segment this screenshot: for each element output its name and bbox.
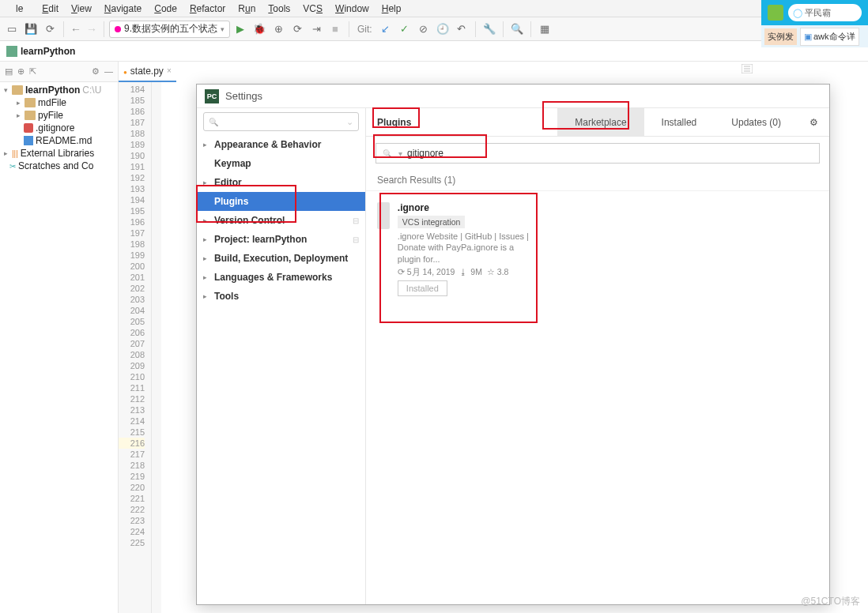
settings-category-languages-frameworks[interactable]: ▸Languages & Frameworks [197,268,365,287]
collapse-icon[interactable]: ⇱ [29,66,36,77]
settings-category-project-learnpython[interactable]: ▸Project: learnPython⊟ [197,230,365,249]
git-compare-icon[interactable]: ⊘ [415,21,432,38]
plugin-category-tag: VCS integration [398,216,466,228]
pycharm-icon: PC [205,89,219,103]
project-icon [6,46,17,57]
run-button[interactable]: ▶ [232,21,249,38]
editor-overview-icon[interactable] [741,63,753,74]
settings-category-editor[interactable]: ▸Editor [197,173,365,192]
line-number: 199 [119,250,145,261]
line-number: 213 [119,404,145,416]
editor-area[interactable] [161,82,176,613]
git-revert-icon[interactable]: ↶ [453,21,470,38]
settings-category-keymap[interactable]: Keymap [197,154,365,173]
markdown-icon [24,136,33,145]
breadcrumb-project[interactable]: learnPython [21,46,75,57]
save-icon[interactable]: 💾 [22,21,40,38]
search-icon[interactable]: 🔍 [508,21,526,38]
structure-icon[interactable]: ▦ [536,21,553,38]
library-icon [12,148,18,159]
tab-updates[interactable]: Updates (0) [714,108,798,137]
settings-category-version-control[interactable]: ▸Version Control⊟ [197,211,365,230]
coverage-button[interactable]: ⊕ [270,21,287,38]
line-number-gutter: 1841851861871881891901911921931941951961… [119,82,152,613]
menu-window[interactable]: Window [329,3,376,14]
profile-button[interactable]: ⟳ [289,21,306,38]
settings-titlebar: PC Settings [197,85,829,108]
git-commit-icon[interactable]: ✓ [396,21,413,38]
search-results-label: Search Results (1) [366,170,829,191]
plugin-icon [377,202,390,229]
tree-scratches[interactable]: Scratches and Co [0,160,118,172]
tree-root[interactable]: ▾ learnPython C:\U [0,84,118,96]
line-number: 220 [119,482,145,493]
run-config-label: 9.数据实例的五个状态 [124,22,217,36]
settings-category-appearance-behavior[interactable]: ▸Appearance & Behavior [197,135,365,154]
editor-tab-state[interactable]: state.py × [119,62,176,82]
run-config-selector[interactable]: 9.数据实例的五个状态 ▾ [109,21,230,38]
project-tree[interactable]: ▾ learnPython C:\U ▸ mdFile ▸ pyFile .gi… [0,82,118,174]
settings-search-input[interactable]: ⌄ [203,112,359,131]
line-number: 187 [119,117,145,128]
menu-view[interactable]: View [65,3,98,14]
menu-vcs[interactable]: VCS [296,3,329,14]
tree-file-readme[interactable]: README.md [0,134,118,147]
line-number: 191 [119,161,145,172]
menu-edit[interactable]: Edit [36,3,65,14]
editor-tab-label: state.py [130,66,164,77]
debug-button[interactable]: 🐞 [251,21,268,38]
project-select-icon[interactable]: ▤ [5,66,13,77]
browser-tab[interactable]: 实例发 [764,28,797,45]
plugin-install-button[interactable]: Installed [398,280,447,296]
line-number: 225 [119,537,145,548]
menu-run[interactable]: Run [232,3,262,14]
menu-help[interactable]: Help [376,3,408,14]
plugin-search-input[interactable]: ▾ gitignore [376,143,820,164]
gear-icon[interactable]: ⚙ [92,66,100,77]
settings-category-tools[interactable]: ▸Tools [197,287,365,306]
tab-marketplace[interactable]: Marketplace [557,108,643,137]
plugin-search-value: gitignore [407,148,443,159]
gitignore-icon [24,123,33,133]
menu-file[interactable]: le [3,3,36,14]
line-number: 194 [119,194,145,205]
menu-navigate[interactable]: Navigate [98,3,148,14]
git-update-icon[interactable]: ↙ [377,21,394,38]
breadcrumb: learnPython [0,41,868,62]
stop-button[interactable]: ■ [326,21,344,38]
forward-button[interactable]: → [85,23,99,36]
tree-folder-mdfile[interactable]: ▸ mdFile [0,96,118,109]
menu-refactor[interactable]: Refactor [183,3,232,14]
hide-icon[interactable]: — [104,66,113,77]
tree-file-gitignore[interactable]: .gitignore [0,122,118,134]
back-button[interactable]: ← [69,23,83,36]
browser-tab[interactable]: ▣awk命令详 [800,28,859,46]
attach-button[interactable]: ⇥ [308,21,325,38]
line-number: 190 [119,150,145,161]
browser-search[interactable]: ◯ 平民霸 [788,4,862,21]
menu-tools[interactable]: Tools [262,3,296,14]
refresh-icon[interactable]: ⟳ [41,21,58,38]
close-tab-icon[interactable]: × [167,66,172,75]
plugin-result-card[interactable]: .ignore VCS integration .ignore Website … [377,202,535,296]
git-history-icon[interactable]: 🕘 [434,21,451,38]
settings-category-plugins[interactable]: Plugins [197,192,365,211]
main-toolbar: ▭ 💾 ⟳ ← → 9.数据实例的五个状态 ▾ ▶ 🐞 ⊕ ⟳ ⇥ ■ Git:… [0,17,868,41]
settings-category-build-execution-deployment[interactable]: ▸Build, Execution, Deployment [197,249,365,268]
watermark: @51CTO博客 [801,595,860,608]
menu-code[interactable]: Code [148,3,183,14]
run-config-icon [115,26,121,32]
open-icon[interactable]: ▭ [3,21,21,38]
line-number: 224 [119,526,145,537]
tab-installed[interactable]: Installed [644,108,715,137]
tree-folder-pyfile[interactable]: ▸ pyFile [0,109,118,122]
line-number: 217 [119,449,145,460]
chevron-down-icon: ▾ [221,25,225,33]
line-number: 215 [119,427,145,438]
app-launcher-icon[interactable] [768,5,783,21]
locate-icon[interactable]: ⊕ [17,66,25,77]
tree-external-libraries[interactable]: ▸ External Libraries [0,147,118,160]
ide-settings-icon[interactable]: 🔧 [481,21,498,38]
line-number: 192 [119,172,145,183]
plugins-gear-icon[interactable]: ⚙ [798,108,829,137]
